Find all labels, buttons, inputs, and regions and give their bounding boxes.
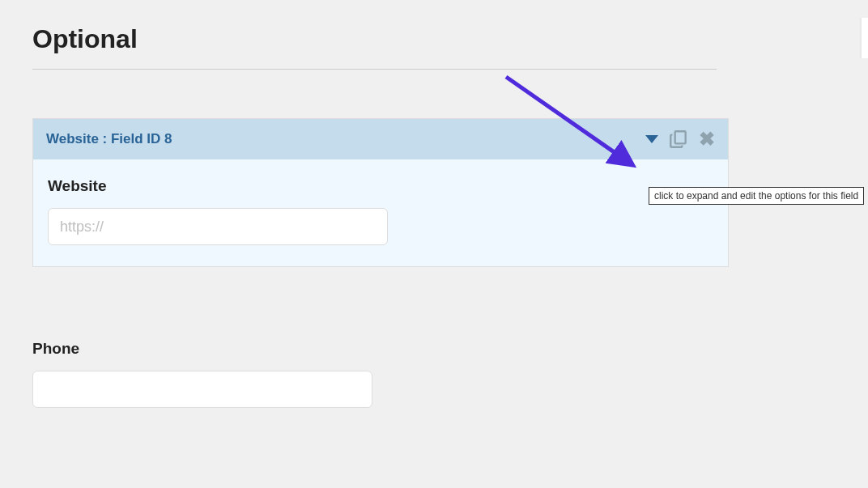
- section-title: Optional: [32, 24, 836, 54]
- field-header-actions: ✖: [645, 129, 715, 150]
- close-icon[interactable]: ✖: [699, 129, 715, 149]
- field-body: Website: [33, 159, 728, 266]
- field-card-website: Website : Field ID 8 ✖ Website: [32, 118, 729, 267]
- svg-rect-0: [675, 131, 686, 143]
- duplicate-icon[interactable]: [668, 129, 689, 150]
- chevron-down-icon[interactable]: [645, 135, 658, 143]
- field-header-title: Website : Field ID 8: [46, 131, 172, 147]
- tooltip: click to expand and edit the options for…: [649, 187, 864, 205]
- website-input[interactable]: [48, 208, 388, 245]
- field-label-website: Website: [48, 177, 713, 195]
- field-header[interactable]: Website : Field ID 8 ✖: [33, 119, 728, 159]
- phone-input[interactable]: [32, 371, 372, 408]
- right-panel-edge: [860, 18, 868, 58]
- field-phone-block: Phone: [32, 340, 729, 408]
- title-divider: [32, 69, 717, 70]
- field-label-phone: Phone: [32, 340, 729, 358]
